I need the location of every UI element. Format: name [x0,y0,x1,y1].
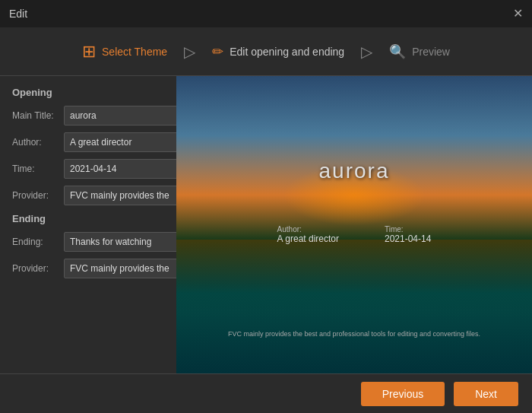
input-provider-ending[interactable] [64,259,190,278]
input-main-title[interactable] [64,106,190,125]
input-provider-opening[interactable] [64,186,190,205]
field-row-ending: Ending: [12,232,164,252]
edit-icon: ✏ [212,43,223,60]
preview-footer: FVC mainly provides the best and profess… [176,330,532,338]
nav-arrow-1: ▷ [181,43,198,61]
nav-preview[interactable]: 🔍 Preview [375,27,464,75]
preview-icon: 🔍 [389,43,406,60]
bottom-bar: Previous Next [0,373,532,413]
field-row-time: Time: [12,159,164,179]
input-ending[interactable] [64,232,190,252]
nav-arrow-2: ▷ [358,43,375,61]
top-nav: ⊞ Select Theme ▷ ✏ Edit opening and endi… [0,27,532,76]
nav-preview-label: Preview [412,46,450,58]
title-bar: Edit ✕ [0,0,532,27]
field-row-main-title: Main Title: [12,106,164,125]
nav-edit-opening[interactable]: ✏ Edit opening and ending [198,27,358,75]
meta-author-col: Author: A great director [277,225,339,244]
label-provider-opening: Provider: [12,190,59,201]
input-author[interactable] [64,132,190,152]
next-button[interactable]: Next [454,382,518,406]
field-row-provider-ending: Provider: [12,259,164,278]
meta-time-label: Time: [385,225,404,234]
meta-author-label: Author: [277,225,302,234]
ending-section: Ending Ending: Provider: [12,213,164,278]
meta-author-value: A great director [277,234,339,244]
label-main-title: Main Title: [12,110,59,121]
field-row-provider-opening: Provider: [12,186,164,205]
preview-panel: aurora Author: A great director Time: 20… [176,76,532,373]
ending-section-label: Ending [12,213,164,224]
water-reflection [176,240,532,373]
label-ending: Ending: [12,237,59,247]
left-panel: Opening Main Title: Author: Time: Provid… [0,76,176,373]
window-title: Edit [9,8,27,20]
previous-button[interactable]: Previous [361,382,445,406]
nav-select-theme-label: Select Theme [102,46,167,58]
input-time[interactable] [64,159,190,179]
label-author: Author: [12,137,59,148]
preview-title: aurora [176,159,532,183]
main-content: Opening Main Title: Author: Time: Provid… [0,76,532,373]
nav-edit-label: Edit opening and ending [230,46,344,58]
preview-meta: Author: A great director Time: 2021-04-1… [176,225,532,244]
nav-select-theme[interactable]: ⊞ Select Theme [68,27,181,75]
meta-time-col: Time: 2021-04-14 [385,225,431,244]
field-row-author: Author: [12,132,164,152]
opening-section-label: Opening [12,87,164,98]
meta-time-value: 2021-04-14 [385,234,431,244]
label-provider-ending: Provider: [12,263,59,274]
theme-icon: ⊞ [82,42,96,62]
label-time: Time: [12,164,59,174]
close-button[interactable]: ✕ [513,8,523,20]
